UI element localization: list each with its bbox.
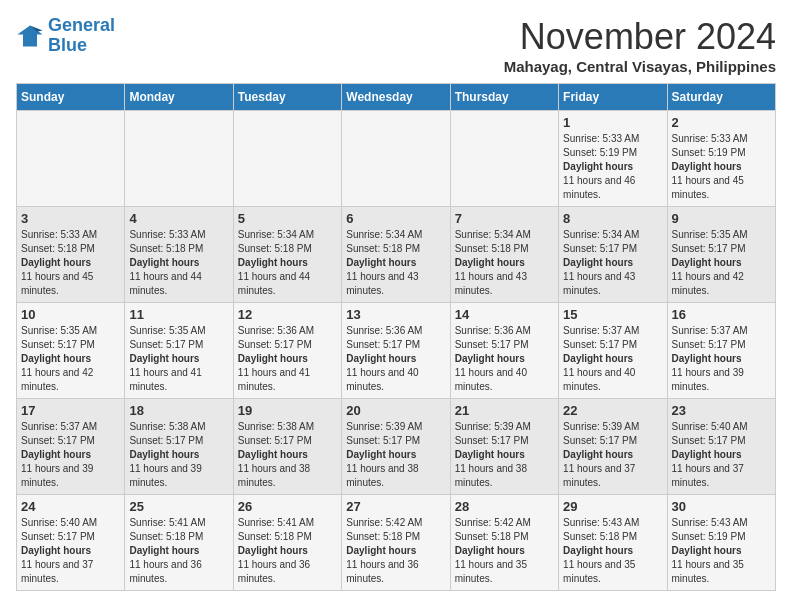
day-info: Sunrise: 5:35 AM Sunset: 5:17 PM Dayligh… (672, 228, 771, 298)
location-title: Mahayag, Central Visayas, Philippines (504, 58, 776, 75)
weekday-header: Saturday (667, 84, 775, 111)
calendar-cell (17, 111, 125, 207)
calendar-cell: 2Sunrise: 5:33 AM Sunset: 5:19 PM Daylig… (667, 111, 775, 207)
day-number: 23 (672, 403, 771, 418)
day-info: Sunrise: 5:38 AM Sunset: 5:17 PM Dayligh… (238, 420, 337, 490)
calendar-cell (233, 111, 341, 207)
calendar-cell: 3Sunrise: 5:33 AM Sunset: 5:18 PM Daylig… (17, 207, 125, 303)
day-info: Sunrise: 5:43 AM Sunset: 5:18 PM Dayligh… (563, 516, 662, 586)
page-header: General Blue November 2024 Mahayag, Cent… (16, 16, 776, 75)
weekday-header: Sunday (17, 84, 125, 111)
calendar-cell: 21Sunrise: 5:39 AM Sunset: 5:17 PM Dayli… (450, 399, 558, 495)
calendar-week-row: 17Sunrise: 5:37 AM Sunset: 5:17 PM Dayli… (17, 399, 776, 495)
calendar-cell: 17Sunrise: 5:37 AM Sunset: 5:17 PM Dayli… (17, 399, 125, 495)
calendar-cell: 12Sunrise: 5:36 AM Sunset: 5:17 PM Dayli… (233, 303, 341, 399)
day-number: 21 (455, 403, 554, 418)
day-info: Sunrise: 5:35 AM Sunset: 5:17 PM Dayligh… (129, 324, 228, 394)
calendar-week-row: 1Sunrise: 5:33 AM Sunset: 5:19 PM Daylig… (17, 111, 776, 207)
calendar-cell: 22Sunrise: 5:39 AM Sunset: 5:17 PM Dayli… (559, 399, 667, 495)
calendar-cell: 27Sunrise: 5:42 AM Sunset: 5:18 PM Dayli… (342, 495, 450, 591)
day-info: Sunrise: 5:42 AM Sunset: 5:18 PM Dayligh… (346, 516, 445, 586)
calendar-cell: 8Sunrise: 5:34 AM Sunset: 5:17 PM Daylig… (559, 207, 667, 303)
month-title: November 2024 (504, 16, 776, 58)
day-number: 13 (346, 307, 445, 322)
calendar-table: SundayMondayTuesdayWednesdayThursdayFrid… (16, 83, 776, 591)
day-number: 29 (563, 499, 662, 514)
calendar-cell (450, 111, 558, 207)
weekday-header: Monday (125, 84, 233, 111)
day-info: Sunrise: 5:39 AM Sunset: 5:17 PM Dayligh… (346, 420, 445, 490)
day-number: 2 (672, 115, 771, 130)
weekday-header: Friday (559, 84, 667, 111)
day-info: Sunrise: 5:37 AM Sunset: 5:17 PM Dayligh… (672, 324, 771, 394)
day-number: 8 (563, 211, 662, 226)
calendar-cell (342, 111, 450, 207)
calendar-cell: 4Sunrise: 5:33 AM Sunset: 5:18 PM Daylig… (125, 207, 233, 303)
day-number: 1 (563, 115, 662, 130)
calendar-cell: 18Sunrise: 5:38 AM Sunset: 5:17 PM Dayli… (125, 399, 233, 495)
day-info: Sunrise: 5:33 AM Sunset: 5:19 PM Dayligh… (563, 132, 662, 202)
day-number: 30 (672, 499, 771, 514)
day-info: Sunrise: 5:33 AM Sunset: 5:18 PM Dayligh… (21, 228, 120, 298)
calendar-cell: 9Sunrise: 5:35 AM Sunset: 5:17 PM Daylig… (667, 207, 775, 303)
calendar-cell: 30Sunrise: 5:43 AM Sunset: 5:19 PM Dayli… (667, 495, 775, 591)
day-info: Sunrise: 5:39 AM Sunset: 5:17 PM Dayligh… (455, 420, 554, 490)
day-info: Sunrise: 5:41 AM Sunset: 5:18 PM Dayligh… (129, 516, 228, 586)
day-info: Sunrise: 5:33 AM Sunset: 5:19 PM Dayligh… (672, 132, 771, 202)
day-number: 25 (129, 499, 228, 514)
day-info: Sunrise: 5:37 AM Sunset: 5:17 PM Dayligh… (563, 324, 662, 394)
day-info: Sunrise: 5:39 AM Sunset: 5:17 PM Dayligh… (563, 420, 662, 490)
day-info: Sunrise: 5:36 AM Sunset: 5:17 PM Dayligh… (455, 324, 554, 394)
weekday-header: Tuesday (233, 84, 341, 111)
day-number: 12 (238, 307, 337, 322)
day-number: 6 (346, 211, 445, 226)
day-info: Sunrise: 5:40 AM Sunset: 5:17 PM Dayligh… (21, 516, 120, 586)
day-number: 22 (563, 403, 662, 418)
logo-icon (16, 22, 44, 50)
day-number: 27 (346, 499, 445, 514)
calendar-week-row: 10Sunrise: 5:35 AM Sunset: 5:17 PM Dayli… (17, 303, 776, 399)
day-info: Sunrise: 5:36 AM Sunset: 5:17 PM Dayligh… (346, 324, 445, 394)
day-number: 11 (129, 307, 228, 322)
day-info: Sunrise: 5:34 AM Sunset: 5:18 PM Dayligh… (455, 228, 554, 298)
logo-text: General Blue (48, 16, 115, 56)
day-number: 5 (238, 211, 337, 226)
calendar-cell: 25Sunrise: 5:41 AM Sunset: 5:18 PM Dayli… (125, 495, 233, 591)
calendar-cell: 23Sunrise: 5:40 AM Sunset: 5:17 PM Dayli… (667, 399, 775, 495)
day-number: 15 (563, 307, 662, 322)
day-info: Sunrise: 5:33 AM Sunset: 5:18 PM Dayligh… (129, 228, 228, 298)
calendar-cell: 26Sunrise: 5:41 AM Sunset: 5:18 PM Dayli… (233, 495, 341, 591)
day-number: 4 (129, 211, 228, 226)
day-info: Sunrise: 5:43 AM Sunset: 5:19 PM Dayligh… (672, 516, 771, 586)
day-number: 20 (346, 403, 445, 418)
day-number: 16 (672, 307, 771, 322)
calendar-cell: 10Sunrise: 5:35 AM Sunset: 5:17 PM Dayli… (17, 303, 125, 399)
title-section: November 2024 Mahayag, Central Visayas, … (504, 16, 776, 75)
day-number: 28 (455, 499, 554, 514)
day-number: 3 (21, 211, 120, 226)
calendar-cell: 11Sunrise: 5:35 AM Sunset: 5:17 PM Dayli… (125, 303, 233, 399)
calendar-cell: 7Sunrise: 5:34 AM Sunset: 5:18 PM Daylig… (450, 207, 558, 303)
day-number: 18 (129, 403, 228, 418)
calendar-cell: 20Sunrise: 5:39 AM Sunset: 5:17 PM Dayli… (342, 399, 450, 495)
day-number: 7 (455, 211, 554, 226)
calendar-header-row: SundayMondayTuesdayWednesdayThursdayFrid… (17, 84, 776, 111)
calendar-cell: 1Sunrise: 5:33 AM Sunset: 5:19 PM Daylig… (559, 111, 667, 207)
calendar-cell: 14Sunrise: 5:36 AM Sunset: 5:17 PM Dayli… (450, 303, 558, 399)
day-number: 26 (238, 499, 337, 514)
calendar-week-row: 24Sunrise: 5:40 AM Sunset: 5:17 PM Dayli… (17, 495, 776, 591)
calendar-cell: 13Sunrise: 5:36 AM Sunset: 5:17 PM Dayli… (342, 303, 450, 399)
day-info: Sunrise: 5:35 AM Sunset: 5:17 PM Dayligh… (21, 324, 120, 394)
day-info: Sunrise: 5:40 AM Sunset: 5:17 PM Dayligh… (672, 420, 771, 490)
calendar-cell: 15Sunrise: 5:37 AM Sunset: 5:17 PM Dayli… (559, 303, 667, 399)
calendar-cell (125, 111, 233, 207)
day-number: 9 (672, 211, 771, 226)
day-info: Sunrise: 5:34 AM Sunset: 5:18 PM Dayligh… (238, 228, 337, 298)
logo: General Blue (16, 16, 115, 56)
calendar-cell: 16Sunrise: 5:37 AM Sunset: 5:17 PM Dayli… (667, 303, 775, 399)
weekday-header: Thursday (450, 84, 558, 111)
svg-marker-0 (17, 25, 42, 46)
calendar-cell: 5Sunrise: 5:34 AM Sunset: 5:18 PM Daylig… (233, 207, 341, 303)
calendar-cell: 24Sunrise: 5:40 AM Sunset: 5:17 PM Dayli… (17, 495, 125, 591)
weekday-header: Wednesday (342, 84, 450, 111)
